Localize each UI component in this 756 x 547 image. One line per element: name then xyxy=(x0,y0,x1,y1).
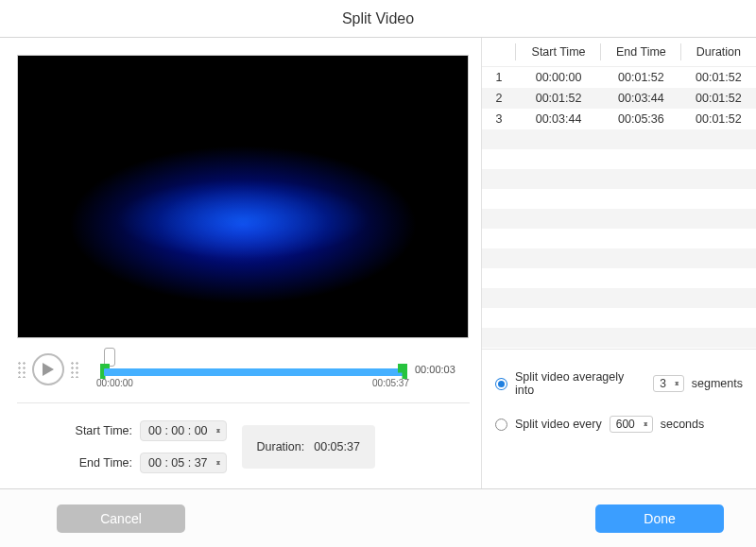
col-duration: Duration xyxy=(681,38,756,67)
play-button[interactable] xyxy=(32,353,64,385)
end-time-input[interactable]: 00 : 05 : 37 ▲▼ xyxy=(140,453,227,473)
start-time-label: Start Time: xyxy=(64,424,132,437)
cell-duration: 00:01:52 xyxy=(681,67,756,89)
left-pane: 00:00:00 00:05:37 00:00:03 Start Time: 0… xyxy=(0,38,482,488)
split-options: Split video averagely into 3 ▲▼ segments… xyxy=(482,350,756,442)
time-fields: Start Time: 00 : 00 : 00 ▲▼ End Time: 00… xyxy=(17,420,470,473)
dialog-title: Split Video xyxy=(0,0,756,38)
duration-display: Duration: 00:05:37 xyxy=(242,425,375,469)
right-pane: Start Time End Time Duration 100:00:0000… xyxy=(482,38,756,488)
segments-table-wrap: Start Time End Time Duration 100:00:0000… xyxy=(482,38,756,350)
table-row[interactable]: 200:01:5200:03:4400:01:52 xyxy=(482,88,756,109)
option-average[interactable]: Split video averagely into 3 ▲▼ segments xyxy=(495,370,743,397)
avg-label-pre: Split video averagely into xyxy=(515,370,645,397)
play-icon xyxy=(43,363,54,376)
divider xyxy=(17,402,470,403)
start-time-value: 00 : 00 : 00 xyxy=(148,424,208,437)
cell-idx: 3 xyxy=(482,109,516,129)
cell-duration: 00:01:52 xyxy=(681,88,756,109)
end-time-label: End Time: xyxy=(64,456,132,470)
radio-every[interactable] xyxy=(495,419,507,431)
split-video-dialog: Split Video 00:00:00 00:05:37 00:0 xyxy=(0,0,756,547)
dialog-footer: Cancel Done xyxy=(0,488,756,547)
done-button[interactable]: Done xyxy=(595,504,724,533)
cell-end: 00:03:44 xyxy=(601,88,681,109)
table-row[interactable]: 300:03:4400:05:3600:01:52 xyxy=(482,109,756,129)
grip-handle-left[interactable] xyxy=(17,361,26,378)
table-filler xyxy=(482,129,756,350)
cell-end: 00:01:52 xyxy=(601,67,681,89)
every-label-pre: Split video every xyxy=(515,418,602,431)
col-index xyxy=(482,38,516,67)
video-preview[interactable] xyxy=(17,55,469,338)
avg-label-post: segments xyxy=(692,377,743,390)
cell-end: 00:05:36 xyxy=(601,109,681,129)
cell-start: 00:00:00 xyxy=(516,67,601,89)
range-bar xyxy=(104,368,404,376)
col-start: Start Time xyxy=(516,38,601,67)
duration-label: Duration: xyxy=(257,440,305,453)
grip-handle-right[interactable] xyxy=(70,361,79,378)
cell-start: 00:03:44 xyxy=(516,109,601,129)
table-row[interactable]: 100:00:0000:01:5200:01:52 xyxy=(482,67,756,89)
cancel-button[interactable]: Cancel xyxy=(57,504,185,533)
start-time-input[interactable]: 00 : 00 : 00 ▲▼ xyxy=(140,420,227,441)
cell-idx: 1 xyxy=(482,67,516,89)
col-end: End Time xyxy=(601,38,681,67)
segments-table: Start Time End Time Duration 100:00:0000… xyxy=(482,38,756,129)
dialog-body: 00:00:00 00:05:37 00:00:03 Start Time: 0… xyxy=(0,38,756,488)
cell-start: 00:01:52 xyxy=(516,88,601,109)
cell-duration: 00:01:52 xyxy=(681,109,756,129)
avg-count-input[interactable]: 3 ▲▼ xyxy=(653,375,684,392)
timeline-track[interactable]: 00:00:00 00:05:37 xyxy=(85,348,409,391)
range-end-marker[interactable] xyxy=(398,364,407,379)
timeline: 00:00:00 00:05:37 00:00:03 xyxy=(17,348,470,391)
every-seconds-input[interactable]: 600 ▲▼ xyxy=(610,416,653,433)
timeline-current-label: 00:00:03 xyxy=(415,364,470,375)
duration-value: 00:05:37 xyxy=(314,440,360,453)
every-label-post: seconds xyxy=(661,418,705,431)
cell-idx: 2 xyxy=(482,88,516,109)
end-time-value: 00 : 05 : 37 xyxy=(148,456,208,470)
timeline-start-label: 00:00:00 xyxy=(96,378,133,388)
timeline-end-label: 00:05:37 xyxy=(372,378,409,388)
radio-average[interactable] xyxy=(495,378,507,390)
avg-count-value: 3 xyxy=(660,377,666,390)
every-seconds-value: 600 xyxy=(616,418,635,431)
option-every[interactable]: Split video every 600 ▲▼ seconds xyxy=(495,416,743,433)
